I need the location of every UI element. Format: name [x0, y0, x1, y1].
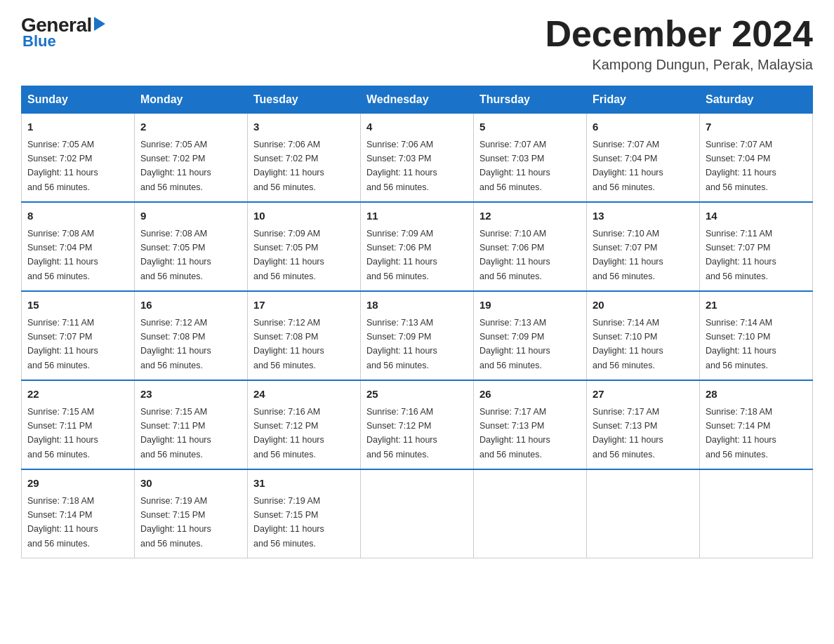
day-info: Sunrise: 7:18 AMSunset: 7:14 PMDaylight:…: [706, 407, 776, 459]
table-row: 23 Sunrise: 7:15 AMSunset: 7:11 PMDaylig…: [135, 380, 248, 469]
day-number: 17: [253, 297, 355, 314]
day-info: Sunrise: 7:19 AMSunset: 7:15 PMDaylight:…: [253, 496, 324, 549]
page-header: General ▶ Blue December 2024 Kampong Dun…: [21, 14, 813, 73]
col-wednesday: Wednesday: [361, 86, 474, 114]
day-number: 9: [140, 208, 241, 224]
day-number: 18: [366, 297, 468, 314]
day-info: Sunrise: 7:09 AMSunset: 7:05 PMDaylight:…: [253, 229, 324, 281]
table-row: 18 Sunrise: 7:13 AMSunset: 7:09 PMDaylig…: [361, 291, 474, 380]
day-info: Sunrise: 7:12 AMSunset: 7:08 PMDaylight:…: [253, 318, 324, 370]
calendar-header-row: Sunday Monday Tuesday Wednesday Thursday…: [22, 86, 813, 114]
day-number: 11: [366, 208, 468, 224]
day-number: 24: [253, 387, 355, 403]
table-row: [474, 469, 587, 558]
day-info: Sunrise: 7:05 AMSunset: 7:02 PMDaylight:…: [27, 140, 98, 192]
table-row: 6 Sunrise: 7:07 AMSunset: 7:04 PMDayligh…: [587, 114, 700, 203]
table-row: 4 Sunrise: 7:06 AMSunset: 7:03 PMDayligh…: [361, 114, 474, 203]
col-saturday: Saturday: [700, 86, 813, 114]
table-row: 11 Sunrise: 7:09 AMSunset: 7:06 PMDaylig…: [361, 202, 474, 291]
day-number: 6: [593, 119, 694, 135]
day-info: Sunrise: 7:18 AMSunset: 7:14 PMDaylight:…: [27, 496, 98, 549]
calendar-week-row: 15 Sunrise: 7:11 AMSunset: 7:07 PMDaylig…: [22, 291, 813, 380]
day-number: 27: [593, 387, 694, 403]
day-info: Sunrise: 7:17 AMSunset: 7:13 PMDaylight:…: [593, 407, 663, 459]
logo: General ▶ Blue: [21, 14, 105, 51]
day-number: 3: [253, 119, 355, 135]
day-info: Sunrise: 7:10 AMSunset: 7:07 PMDaylight:…: [593, 229, 663, 281]
table-row: 21 Sunrise: 7:14 AMSunset: 7:10 PMDaylig…: [700, 291, 813, 380]
table-row: 12 Sunrise: 7:10 AMSunset: 7:06 PMDaylig…: [474, 202, 587, 291]
day-info: Sunrise: 7:11 AMSunset: 7:07 PMDaylight:…: [706, 229, 776, 281]
table-row: 16 Sunrise: 7:12 AMSunset: 7:08 PMDaylig…: [135, 291, 248, 380]
table-row: [587, 469, 700, 558]
day-info: Sunrise: 7:08 AMSunset: 7:04 PMDaylight:…: [27, 229, 98, 281]
logo-sub: Blue: [22, 32, 56, 51]
day-info: Sunrise: 7:13 AMSunset: 7:09 PMDaylight:…: [366, 318, 437, 370]
day-number: 12: [479, 208, 581, 224]
day-number: 28: [706, 387, 807, 403]
day-info: Sunrise: 7:08 AMSunset: 7:05 PMDaylight:…: [140, 229, 211, 281]
day-info: Sunrise: 7:16 AMSunset: 7:12 PMDaylight:…: [366, 407, 437, 459]
location-subtitle: Kampong Dungun, Perak, Malaysia: [545, 57, 813, 73]
table-row: 19 Sunrise: 7:13 AMSunset: 7:09 PMDaylig…: [474, 291, 587, 380]
table-row: 17 Sunrise: 7:12 AMSunset: 7:08 PMDaylig…: [248, 291, 361, 380]
day-number: 8: [27, 208, 128, 224]
day-info: Sunrise: 7:07 AMSunset: 7:04 PMDaylight:…: [706, 140, 776, 192]
calendar-week-row: 29 Sunrise: 7:18 AMSunset: 7:14 PMDaylig…: [22, 469, 813, 558]
day-info: Sunrise: 7:14 AMSunset: 7:10 PMDaylight:…: [706, 318, 776, 370]
day-info: Sunrise: 7:10 AMSunset: 7:06 PMDaylight:…: [479, 229, 550, 281]
day-info: Sunrise: 7:07 AMSunset: 7:04 PMDaylight:…: [593, 140, 663, 192]
day-number: 7: [706, 119, 807, 135]
table-row: 25 Sunrise: 7:16 AMSunset: 7:12 PMDaylig…: [361, 380, 474, 469]
day-info: Sunrise: 7:05 AMSunset: 7:02 PMDaylight:…: [140, 140, 211, 192]
day-number: 31: [253, 476, 355, 492]
day-number: 1: [27, 119, 128, 135]
day-info: Sunrise: 7:19 AMSunset: 7:15 PMDaylight:…: [140, 496, 211, 549]
table-row: 8 Sunrise: 7:08 AMSunset: 7:04 PMDayligh…: [22, 202, 135, 291]
logo-blue-text: ▶: [94, 17, 105, 31]
day-number: 25: [366, 387, 468, 403]
col-tuesday: Tuesday: [248, 86, 361, 114]
table-row: [361, 469, 474, 558]
day-info: Sunrise: 7:16 AMSunset: 7:12 PMDaylight:…: [253, 407, 324, 459]
table-row: 28 Sunrise: 7:18 AMSunset: 7:14 PMDaylig…: [700, 380, 813, 469]
day-info: Sunrise: 7:07 AMSunset: 7:03 PMDaylight:…: [479, 140, 550, 192]
calendar-week-row: 22 Sunrise: 7:15 AMSunset: 7:11 PMDaylig…: [22, 380, 813, 469]
table-row: [700, 469, 813, 558]
table-row: 26 Sunrise: 7:17 AMSunset: 7:13 PMDaylig…: [474, 380, 587, 469]
table-row: 2 Sunrise: 7:05 AMSunset: 7:02 PMDayligh…: [135, 114, 248, 203]
day-number: 22: [27, 387, 128, 403]
day-number: 5: [479, 119, 581, 135]
day-info: Sunrise: 7:06 AMSunset: 7:02 PMDaylight:…: [253, 140, 324, 192]
table-row: 10 Sunrise: 7:09 AMSunset: 7:05 PMDaylig…: [248, 202, 361, 291]
day-info: Sunrise: 7:11 AMSunset: 7:07 PMDaylight:…: [27, 318, 98, 370]
table-row: 1 Sunrise: 7:05 AMSunset: 7:02 PMDayligh…: [22, 114, 135, 203]
table-row: 15 Sunrise: 7:11 AMSunset: 7:07 PMDaylig…: [22, 291, 135, 380]
day-info: Sunrise: 7:14 AMSunset: 7:10 PMDaylight:…: [593, 318, 663, 370]
table-row: 22 Sunrise: 7:15 AMSunset: 7:11 PMDaylig…: [22, 380, 135, 469]
day-number: 15: [27, 297, 128, 314]
calendar-week-row: 8 Sunrise: 7:08 AMSunset: 7:04 PMDayligh…: [22, 202, 813, 291]
table-row: 7 Sunrise: 7:07 AMSunset: 7:04 PMDayligh…: [700, 114, 813, 203]
table-row: 13 Sunrise: 7:10 AMSunset: 7:07 PMDaylig…: [587, 202, 700, 291]
day-number: 26: [479, 387, 581, 403]
day-number: 16: [140, 297, 241, 314]
table-row: 9 Sunrise: 7:08 AMSunset: 7:05 PMDayligh…: [135, 202, 248, 291]
table-row: 27 Sunrise: 7:17 AMSunset: 7:13 PMDaylig…: [587, 380, 700, 469]
calendar-table: Sunday Monday Tuesday Wednesday Thursday…: [21, 86, 813, 558]
table-row: 24 Sunrise: 7:16 AMSunset: 7:12 PMDaylig…: [248, 380, 361, 469]
day-number: 23: [140, 387, 241, 403]
day-number: 20: [593, 297, 694, 314]
title-block: December 2024 Kampong Dungun, Perak, Mal…: [545, 14, 813, 73]
day-number: 21: [706, 297, 807, 314]
col-sunday: Sunday: [22, 86, 135, 114]
table-row: 30 Sunrise: 7:19 AMSunset: 7:15 PMDaylig…: [135, 469, 248, 558]
day-number: 4: [366, 119, 468, 135]
day-info: Sunrise: 7:06 AMSunset: 7:03 PMDaylight:…: [366, 140, 437, 192]
day-number: 30: [140, 476, 241, 492]
table-row: 20 Sunrise: 7:14 AMSunset: 7:10 PMDaylig…: [587, 291, 700, 380]
day-info: Sunrise: 7:12 AMSunset: 7:08 PMDaylight:…: [140, 318, 211, 370]
col-monday: Monday: [135, 86, 248, 114]
table-row: 3 Sunrise: 7:06 AMSunset: 7:02 PMDayligh…: [248, 114, 361, 203]
calendar-week-row: 1 Sunrise: 7:05 AMSunset: 7:02 PMDayligh…: [22, 114, 813, 203]
